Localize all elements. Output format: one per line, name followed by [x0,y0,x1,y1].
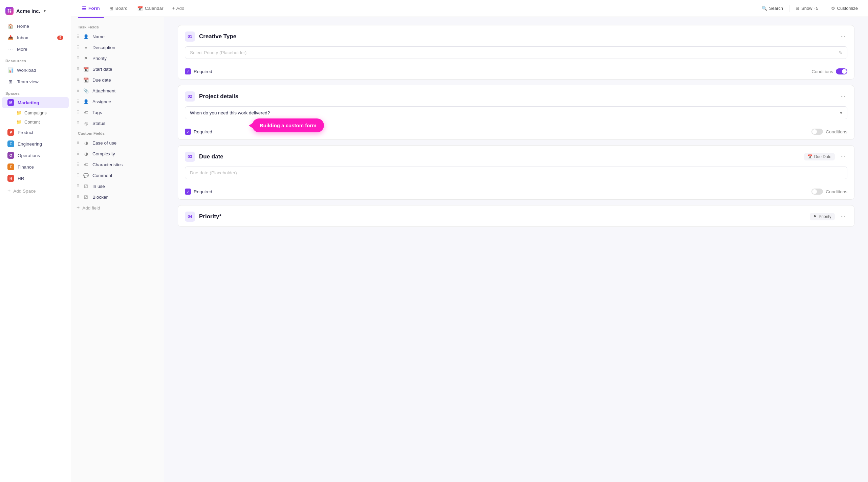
main-area: ☰ Form ⊞ Board 📅 Calendar + Add 🔍 Search… [71,0,868,482]
task-fields-label: Task Fields [71,22,164,31]
tab-board[interactable]: ⊞ Board [105,4,132,13]
form-card-3-header: 03 Due date 📅 Due Date ··· [178,146,854,167]
field-item-complexity[interactable]: ⠿ ◑ Complexity [71,148,164,159]
tab-form[interactable]: ☰ Form [78,4,104,13]
sidebar-item-workload[interactable]: 📊 Workload [2,65,69,75]
drag-handle-tags[interactable]: ⠿ [77,110,80,115]
toggle-knob [842,69,847,74]
toggle-knob-3 [812,189,817,194]
field-item-attachment[interactable]: ⠿ 📎 Attachment [71,85,164,96]
drag-handle-status[interactable]: ⠿ [77,121,80,126]
drag-handle-assignee[interactable]: ⠿ [77,99,80,104]
drag-handle-attachment[interactable]: ⠿ [77,88,80,93]
field-item-in-use[interactable]: ⠿ ☑ In use [71,181,164,192]
form-card-3-required-checkbox[interactable] [185,189,191,195]
field-item-blocker[interactable]: ⠿ ☑ Blocker [71,192,164,202]
drag-handle-in-use[interactable]: ⠿ [77,184,80,189]
field-item-start-date[interactable]: ⠿ 📆 Start date [71,64,164,74]
add-space-button[interactable]: + Add Space [2,185,69,196]
form-card-3-conditions-toggle[interactable] [811,189,823,195]
form-card-3-required-label: Required [194,189,212,194]
drag-handle-description[interactable]: ⠿ [77,45,80,50]
form-card-2-header: 02 Project details ··· [178,85,854,106]
drag-handle-characteristics[interactable]: ⠿ [77,162,80,167]
form-card-2-conditions-label: Conditions [826,129,847,134]
sidebar-item-finance[interactable]: F Finance [2,161,69,172]
field-item-priority[interactable]: ⠿ ⚑ Priority [71,53,164,64]
engineering-dot: E [7,140,14,147]
show-icon: ⊟ [796,6,799,11]
drag-handle-comment[interactable]: ⠿ [77,173,80,178]
sidebar-item-content[interactable]: 📁 Content [2,118,69,126]
form-card-3-footer: Required Conditions [178,185,854,199]
sidebar-operations-label: Operations [18,153,40,158]
drag-handle-complexity[interactable]: ⠿ [77,151,80,156]
form-card-1-conditions-label: Conditions [811,69,833,74]
sidebar-item-inbox[interactable]: 📥 Inbox 9 [2,32,69,43]
sidebar-item-campaigns[interactable]: 📁 Campaigns [2,109,69,117]
sidebar-item-engineering[interactable]: E Engineering [2,138,69,149]
add-field-button[interactable]: + Add field [71,202,164,213]
sidebar-item-hr[interactable]: H HR [2,173,69,184]
form-card-1-input[interactable]: Select Priority (Placeholder) ✎ [185,46,847,59]
sidebar-team-label: Team view [17,79,39,84]
field-item-characteristics[interactable]: ⠿ 🏷 Characteristics [71,159,164,170]
drag-handle-name[interactable]: ⠿ [77,34,80,39]
field-ease-of-use-label: Ease of use [92,140,116,146]
app-logo[interactable]: Acme Inc. ▾ [0,4,71,20]
form-card-1-title: Creative Type [199,33,835,40]
sidebar-item-home[interactable]: 🏠 Home [2,21,69,31]
sidebar-inbox-label: Inbox [17,35,28,40]
sidebar-marketing-label: Marketing [18,100,39,105]
drag-handle-start-date[interactable]: ⠿ [77,67,80,71]
sidebar-workload-label: Workload [17,68,36,73]
form-card-1-menu[interactable]: ··· [839,32,847,41]
badge-flag-icon: ⚑ [813,214,817,219]
field-item-due-date[interactable]: ⠿ 📆 Due date [71,74,164,85]
tab-calendar[interactable]: 📅 Calendar [133,4,168,13]
form-card-4-menu[interactable]: ··· [839,212,847,221]
field-item-name[interactable]: ⠿ 👤 Name [71,31,164,42]
sidebar-item-more[interactable]: ⋯ More [2,44,69,54]
field-blocker-label: Blocker [92,195,108,200]
sidebar-item-marketing[interactable]: M Marketing [2,97,69,108]
inbox-icon: 📥 [7,35,14,41]
folder-icon-content: 📁 [16,119,22,125]
customize-button[interactable]: ⚙ Customize [828,4,861,13]
sidebar-item-product[interactable]: P Product [2,127,69,138]
show-button[interactable]: ⊟ Show · 5 [792,4,822,13]
field-item-assignee[interactable]: ⠿ 👤 Assignee [71,96,164,107]
tooltip-bubble: Building a custom form [252,118,324,132]
form-card-1-conditions-toggle[interactable] [836,68,847,74]
board-tab-icon: ⊞ [109,6,113,11]
drag-handle-priority[interactable]: ⠿ [77,56,80,61]
sidebar-item-team-view[interactable]: ⊞ Team view [2,76,69,87]
form-card-2-required-checkbox[interactable] [185,129,191,135]
drag-handle-due-date[interactable]: ⠿ [77,78,80,82]
drag-handle-ease-of-use[interactable]: ⠿ [77,140,80,145]
form-card-1-placeholder: Select Priority (Placeholder) [190,50,246,55]
field-item-status[interactable]: ⠿ ◎ Status [71,118,164,129]
form-card-2-select[interactable]: When do you need this work delivered? ▾ [185,106,847,119]
form-card-3-menu[interactable]: ··· [839,152,847,161]
sidebar-item-operations[interactable]: O Operations [2,150,69,161]
field-item-ease-of-use[interactable]: ⠿ ◑ Ease of use [71,137,164,148]
form-card-1-required-checkbox[interactable] [185,68,191,74]
field-item-tags[interactable]: ⠿ 🏷 Tags [71,107,164,118]
sidebar-product-label: Product [18,130,34,135]
drag-handle-blocker[interactable]: ⠿ [77,195,80,199]
field-start-date-label: Start date [92,67,112,72]
form-card-2-conditions-toggle[interactable] [811,129,823,135]
calendar-tab-icon: 📅 [137,6,143,11]
badge-calendar-icon: 📅 [807,154,812,159]
field-item-description[interactable]: ⠿ ≡ Description [71,42,164,53]
field-status-label: Status [92,121,105,126]
field-characteristics-label: Characteristics [92,162,123,167]
add-button[interactable]: + Add [169,4,188,13]
field-item-comment[interactable]: ⠿ 💬 Comment [71,170,164,181]
form-card-3-input[interactable]: Due date (Placeholder) [185,167,847,179]
form-card-2-menu[interactable]: ··· [839,92,847,101]
folder-icon-campaigns: 📁 [16,110,22,115]
edit-icon[interactable]: ✎ [839,50,842,55]
search-button[interactable]: 🔍 Search [758,4,786,13]
